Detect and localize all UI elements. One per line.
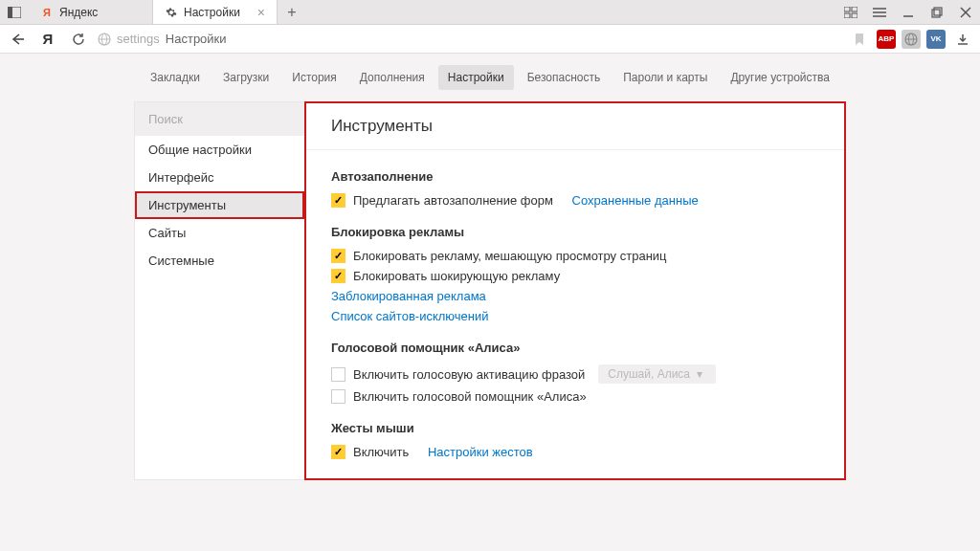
reload-icon bbox=[72, 33, 85, 46]
address-field[interactable]: settings Настройки bbox=[98, 32, 840, 46]
sidebar-item-sites[interactable]: Сайты bbox=[135, 219, 304, 247]
mouse-option-row: ✓ Включить Настройки жестов bbox=[331, 445, 819, 459]
blocked-ads-link[interactable]: Заблокированная реклама bbox=[331, 289, 486, 303]
download-icon bbox=[956, 33, 969, 46]
alice-option2-row: Включить голосовой помощник «Алиса» bbox=[331, 389, 819, 404]
adblock-option2-row: ✓ Блокировать шокирующую рекламу bbox=[331, 269, 819, 283]
svg-rect-1 bbox=[8, 7, 12, 18]
sidebar-item-interface[interactable]: Интерфейс bbox=[135, 164, 304, 191]
tab-label: Настройки bbox=[184, 6, 240, 19]
maximize-icon bbox=[931, 7, 943, 18]
sidebar-item-tools[interactable]: Инструменты bbox=[135, 191, 304, 219]
menu-button[interactable] bbox=[865, 0, 894, 24]
checkbox-enable-alice[interactable] bbox=[331, 389, 345, 404]
address-prefix: settings bbox=[117, 32, 160, 46]
gear-icon bbox=[165, 6, 178, 19]
main-area: Поиск Общие настройки Интерфейс Инструме… bbox=[0, 92, 980, 480]
content-title: Инструменты bbox=[306, 103, 844, 150]
svg-rect-4 bbox=[844, 13, 850, 18]
maximize-button[interactable] bbox=[923, 0, 951, 24]
minimize-icon bbox=[902, 7, 914, 18]
adblock-option2-label: Блокировать шокирующую рекламу bbox=[353, 269, 560, 283]
url-bar: Я settings Настройки ABP VK bbox=[0, 25, 980, 54]
svg-rect-11 bbox=[934, 8, 942, 15]
settings-nav: Закладки Загрузки История Дополнения Нас… bbox=[0, 54, 980, 92]
tab-label: Яндекс bbox=[59, 6, 98, 19]
yandex-letter-button[interactable]: Я bbox=[36, 28, 59, 51]
svg-rect-10 bbox=[932, 10, 940, 17]
autofill-option-row: ✓ Предлагать автозаполнение форм Сохране… bbox=[331, 193, 819, 208]
sidebar-item-system[interactable]: Системные bbox=[135, 247, 304, 275]
hamburger-icon bbox=[873, 7, 886, 18]
alice-phrase-pill[interactable]: Слушай, Алиса ▾ bbox=[598, 364, 715, 384]
close-icon bbox=[960, 7, 971, 18]
settings-sidebar: Поиск Общие настройки Интерфейс Инструме… bbox=[134, 101, 304, 480]
address-text: Настройки bbox=[166, 32, 227, 46]
downloads-button[interactable] bbox=[951, 28, 974, 51]
alice-option1-label: Включить голосовую активацию фразой bbox=[353, 367, 585, 382]
autofill-saved-link[interactable]: Сохраненные данные bbox=[572, 193, 699, 208]
checkbox-voice-activation[interactable] bbox=[331, 367, 345, 382]
section-autofill-heading: Автозаполнение bbox=[331, 169, 819, 184]
reload-button[interactable] bbox=[67, 28, 90, 51]
new-tab-button[interactable]: + bbox=[278, 0, 306, 24]
adblock-option1-label: Блокировать рекламу, мешающую просмотру … bbox=[353, 249, 667, 263]
back-button[interactable] bbox=[6, 28, 29, 51]
globe-extension-icon[interactable] bbox=[902, 30, 921, 49]
nav-other-devices[interactable]: Другие устройства bbox=[721, 65, 839, 90]
svg-rect-5 bbox=[852, 13, 858, 18]
arrow-left-icon bbox=[10, 33, 25, 46]
bookmark-button[interactable] bbox=[848, 28, 871, 51]
alice-option2-label: Включить голосовой помощник «Алиса» bbox=[353, 389, 587, 404]
section-alice-heading: Голосовой помощник «Алиса» bbox=[331, 341, 819, 355]
bookmark-icon bbox=[854, 33, 865, 46]
section-adblock-heading: Блокировка рекламы bbox=[331, 225, 819, 239]
checkbox-mouse-gestures[interactable]: ✓ bbox=[331, 445, 345, 459]
settings-content: Инструменты Автозаполнение ✓ Предлагать … bbox=[304, 101, 846, 480]
gesture-settings-link[interactable]: Настройки жестов bbox=[428, 445, 533, 459]
svg-rect-2 bbox=[844, 7, 850, 11]
nav-bookmarks[interactable]: Закладки bbox=[141, 65, 210, 90]
svg-rect-3 bbox=[852, 7, 858, 11]
checkbox-autofill[interactable]: ✓ bbox=[331, 193, 345, 208]
mouse-option-label: Включить bbox=[353, 445, 409, 459]
window-controls bbox=[836, 0, 980, 24]
nav-addons[interactable]: Дополнения bbox=[350, 65, 434, 90]
nav-history[interactable]: История bbox=[282, 65, 346, 90]
vk-extension-icon[interactable]: VK bbox=[926, 30, 946, 49]
url-bar-right: ABP VK bbox=[848, 28, 974, 51]
checkbox-block-intrusive[interactable]: ✓ bbox=[331, 249, 345, 263]
tableau-icon bbox=[844, 7, 858, 18]
nav-downloads[interactable]: Загрузки bbox=[213, 65, 278, 90]
minimize-button[interactable] bbox=[894, 0, 923, 24]
close-window-button[interactable] bbox=[951, 0, 980, 24]
globe-icon bbox=[98, 33, 111, 46]
sidebar-search[interactable]: Поиск bbox=[135, 102, 304, 136]
sidebar-item-general[interactable]: Общие настройки bbox=[135, 136, 304, 164]
panel-icon bbox=[8, 7, 21, 18]
panel-toggle-button[interactable] bbox=[0, 0, 29, 24]
nav-settings[interactable]: Настройки bbox=[438, 65, 514, 90]
exception-sites-link[interactable]: Список сайтов-исключений bbox=[331, 309, 488, 323]
adblock-option1-row: ✓ Блокировать рекламу, мешающую просмотр… bbox=[331, 249, 819, 263]
checkbox-block-shocking[interactable]: ✓ bbox=[331, 269, 345, 283]
nav-passwords[interactable]: Пароли и карты bbox=[613, 65, 717, 90]
browser-tab-yandex[interactable]: Я Яндекс bbox=[29, 0, 153, 24]
nav-security[interactable]: Безопасность bbox=[518, 65, 611, 90]
autofill-option-label: Предлагать автозаполнение форм bbox=[353, 193, 553, 208]
alice-option1-row: Включить голосовую активацию фразой Слуш… bbox=[331, 364, 819, 384]
close-tab-icon[interactable]: × bbox=[257, 5, 265, 20]
section-mouse-heading: Жесты мыши bbox=[331, 421, 819, 435]
browser-tab-settings[interactable]: Настройки × bbox=[153, 0, 278, 24]
yandex-favicon-icon: Я bbox=[40, 6, 54, 19]
title-bar: Я Яндекс Настройки × + bbox=[0, 0, 980, 25]
adblock-extension-icon[interactable]: ABP bbox=[877, 30, 896, 49]
tableau-button[interactable] bbox=[836, 0, 865, 24]
